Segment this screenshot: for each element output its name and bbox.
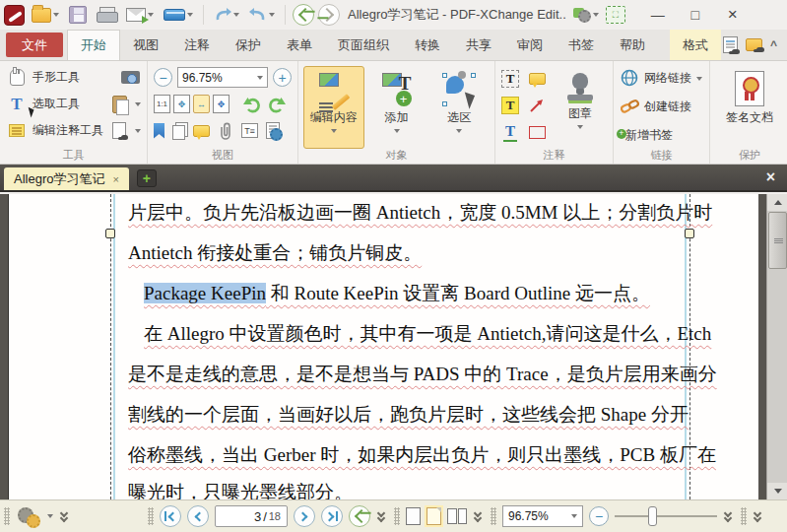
toolbar-grip[interactable] <box>148 507 154 525</box>
stamp-button[interactable]: 图章 <box>553 66 608 149</box>
select-tool-button[interactable]: T 选取工具 <box>4 91 143 117</box>
email-button[interactable] <box>123 3 157 27</box>
maximize-button[interactable]: □ <box>679 2 712 28</box>
page-number-input[interactable]: 3 / 18 <box>215 505 288 527</box>
scan-button[interactable] <box>161 3 196 27</box>
redo-button[interactable] <box>246 3 278 27</box>
editable-text-block[interactable]: 片层中。负片先沿板边画一圈 Antietch，宽度 0.5MM 以上；分割负片时… <box>128 194 691 499</box>
back-button[interactable] <box>293 4 314 26</box>
scrollbar-thumb[interactable] <box>768 212 787 269</box>
text-line[interactable]: 在 Allegro 中设置颜色时，其中有一项是 Antietch,请问这是什么，… <box>128 321 691 351</box>
minimize-button[interactable]: — <box>641 2 675 28</box>
save-button[interactable] <box>66 3 90 27</box>
snapshot-button[interactable] <box>119 67 141 89</box>
typewriter-button[interactable]: T <box>499 68 521 90</box>
content-box-left-handle[interactable] <box>105 229 115 238</box>
add-bookmark-button[interactable]: + 新增书签 <box>618 121 705 150</box>
find-button[interactable] <box>108 120 130 142</box>
expand-toolbar-icon[interactable] <box>59 510 71 523</box>
open-button[interactable] <box>29 3 62 27</box>
first-page-button[interactable] <box>160 505 181 527</box>
weblink-button[interactable]: 网络链接 <box>618 64 705 93</box>
create-link-button[interactable]: 创建链接 <box>618 93 705 121</box>
highlight-text-button[interactable]: T <box>499 95 521 116</box>
add-button[interactable]: T+ 添加 <box>366 66 427 149</box>
tab-bookmarks[interactable]: 书签 <box>556 30 607 60</box>
edit-content-caret[interactable] <box>331 129 337 133</box>
previous-page-button[interactable] <box>187 505 209 527</box>
options-caret[interactable] <box>47 514 53 518</box>
tab-format[interactable]: 格式 <box>670 30 721 60</box>
rectangle-annot-button[interactable] <box>526 121 548 143</box>
document-options-icon[interactable] <box>266 122 280 139</box>
edit-comment-tool-button[interactable]: 编辑注释工具 <box>4 117 143 144</box>
selected-text[interactable]: Package KeePin <box>144 283 266 303</box>
fields-pane-icon[interactable]: T≡ <box>241 123 258 138</box>
collapse-ribbon-button[interactable]: ^ <box>770 38 777 52</box>
attachments-pane-icon[interactable] <box>218 122 233 140</box>
zoom-slider-handle[interactable] <box>648 506 657 526</box>
zoom-out-button[interactable]: − <box>154 68 172 87</box>
expand-layout-toolbar-icon[interactable] <box>473 510 485 523</box>
expand-right-toolbar-icon[interactable] <box>753 510 764 523</box>
thumbnails-pane-icon[interactable] <box>172 125 185 140</box>
document-tab-close-icon[interactable]: × <box>112 173 118 185</box>
new-tab-button[interactable]: + <box>137 169 157 187</box>
two-page-layout-button[interactable] <box>447 508 467 524</box>
fit-width-layout-button[interactable] <box>426 507 441 525</box>
paste-dropdown-caret[interactable] <box>135 102 141 106</box>
previous-view-button[interactable] <box>349 505 370 527</box>
toolbar-grip[interactable] <box>394 507 400 525</box>
tab-comment[interactable]: 注释 <box>171 30 223 60</box>
search-document-icon[interactable] <box>723 36 738 53</box>
tab-file[interactable]: 文件 <box>6 33 63 57</box>
bookmarks-pane-icon[interactable] <box>154 123 164 139</box>
tab-share[interactable]: 共享 <box>453 30 504 60</box>
text-line[interactable]: 曝光时，只曝光墨线部分。 <box>128 480 691 499</box>
options-gears-icon[interactable] <box>16 506 41 526</box>
weblink-caret[interactable] <box>696 77 702 81</box>
find-dropdown-caret[interactable] <box>135 129 141 133</box>
rotate-cw-button[interactable] <box>266 94 288 115</box>
zoom-level-combobox-status[interactable]: 96.75% <box>502 505 583 527</box>
print-button[interactable] <box>94 3 119 27</box>
paste-button[interactable] <box>108 94 130 115</box>
ui-options-caret[interactable] <box>593 13 599 17</box>
sign-document-button[interactable]: 签名文档 <box>714 64 785 147</box>
undo-dropdown-caret[interactable] <box>233 13 239 17</box>
fit-page-button[interactable]: ✥ <box>173 95 190 113</box>
zoom-status-caret[interactable] <box>571 514 577 518</box>
toolbar-grip[interactable] <box>4 507 10 525</box>
single-page-layout-button[interactable] <box>406 507 421 525</box>
underline-text-button[interactable]: T <box>499 121 521 143</box>
tab-protect[interactable]: 保护 <box>223 30 274 60</box>
selection-button[interactable]: 选区 <box>428 66 490 149</box>
add-caret[interactable] <box>394 129 400 133</box>
selection-caret[interactable] <box>456 129 462 133</box>
expand-nav-toolbar-icon[interactable] <box>376 510 388 523</box>
open-dropdown-caret[interactable] <box>53 13 59 17</box>
undo-button[interactable] <box>211 3 242 27</box>
fit-width-button[interactable]: ↔ <box>193 95 210 113</box>
close-document-button[interactable]: × <box>754 165 787 190</box>
zoom-dropdown-caret[interactable] <box>257 76 263 80</box>
tab-home[interactable]: 开始 <box>67 30 120 60</box>
arrow-annot-button[interactable] <box>526 95 548 116</box>
close-button[interactable]: × <box>716 2 750 28</box>
text-line[interactable]: 俗称墨线，当出 Gerber 时，如果内层出负片，则只出墨线，PCB 板厂在 <box>128 442 691 472</box>
fullscreen-session-button[interactable]: ⛶ <box>606 6 625 24</box>
tab-convert[interactable]: 转换 <box>402 30 453 60</box>
expand-zoom-toolbar-icon[interactable] <box>723 510 735 523</box>
tab-review[interactable]: 审阅 <box>504 30 556 60</box>
fit-visible-button[interactable]: ✥ <box>213 95 230 113</box>
forward-button[interactable] <box>318 4 340 26</box>
vertical-scrollbar[interactable] <box>766 194 787 499</box>
zoom-slider[interactable] <box>615 505 717 527</box>
text-line[interactable]: Antietch 衔接处重合；铺负片铜皮。 <box>128 240 691 270</box>
tab-view[interactable]: 视图 <box>120 30 171 60</box>
text-line[interactable]: 割线的一个层面，当画好以后，跑负片层时，这些线会把 Shape 分开 <box>128 402 691 432</box>
zoom-out-status-button[interactable]: − <box>589 506 609 526</box>
stamp-caret[interactable] <box>577 125 583 129</box>
tab-organize[interactable]: 页面组织 <box>325 30 402 60</box>
comments-pane-icon[interactable] <box>193 125 210 137</box>
